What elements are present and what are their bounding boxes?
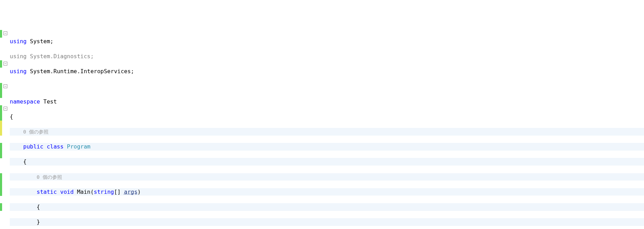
keyword-using: using <box>10 68 27 75</box>
code-line[interactable]: public class Program <box>10 143 644 151</box>
namespace-name: System.Diagnostics <box>30 53 90 60</box>
references-count[interactable]: 0 個の参照 <box>23 129 49 135</box>
code-text <box>27 38 30 45</box>
fold-toggle[interactable]: − <box>3 107 7 110</box>
keyword-static: static <box>37 189 57 195</box>
method-name: Main <box>77 189 91 195</box>
semicolon: ; <box>131 68 134 75</box>
code-line[interactable]: { <box>10 158 644 166</box>
codelens-line[interactable]: 0 個の参照 <box>10 173 644 181</box>
change-marker <box>0 173 2 196</box>
keyword-string: string <box>94 189 114 195</box>
keyword-class: class <box>47 143 63 150</box>
change-marker <box>0 143 2 158</box>
change-marker <box>0 60 2 68</box>
code-line[interactable]: namespace Test <box>10 98 644 106</box>
keyword-using: using <box>10 38 27 45</box>
code-line[interactable] <box>10 83 644 91</box>
brace: } <box>37 219 40 225</box>
parameter-name: args <box>124 189 138 195</box>
brace: { <box>10 113 13 120</box>
code-text <box>27 53 30 60</box>
class-name: Program <box>67 143 90 150</box>
code-line[interactable]: using System.Diagnostics; <box>10 53 644 60</box>
change-marker <box>0 121 2 136</box>
code-line[interactable]: using System; <box>10 38 644 45</box>
change-marker <box>0 105 2 120</box>
code-editor[interactable]: − − − − using System; using System.Diagn… <box>0 30 644 229</box>
semicolon: ; <box>90 53 94 60</box>
gutter: − − − − <box>0 30 8 229</box>
brace: { <box>37 204 40 210</box>
change-marker <box>0 203 2 211</box>
semicolon: ; <box>50 38 54 45</box>
code-line[interactable]: using System.Runtime.InteropServices; <box>10 68 644 75</box>
fold-toggle[interactable]: − <box>3 31 7 35</box>
change-marker <box>0 83 2 98</box>
code-line[interactable]: { <box>10 203 644 211</box>
references-count[interactable]: 0 個の参照 <box>37 174 62 180</box>
change-marker <box>0 30 2 38</box>
fold-toggle[interactable]: − <box>3 84 7 88</box>
keyword-using: using <box>10 53 27 60</box>
code-area[interactable]: using System; using System.Diagnostics; … <box>8 30 644 229</box>
brace: { <box>23 158 27 165</box>
keyword-void: void <box>60 189 74 195</box>
codelens-line[interactable]: 0 個の参照 <box>10 128 644 136</box>
keyword-namespace: namespace <box>10 98 40 105</box>
namespace-name: System <box>30 38 50 45</box>
code-line[interactable]: { <box>10 113 644 121</box>
fold-toggle[interactable]: − <box>3 62 7 66</box>
code-line[interactable]: } <box>10 218 644 226</box>
code-line[interactable]: static void Main(string[] args) <box>10 188 644 196</box>
code-text <box>27 68 30 75</box>
namespace-name: Test <box>43 98 57 105</box>
keyword-public: public <box>23 143 44 150</box>
namespace-name: System.Runtime.InteropServices <box>30 68 131 75</box>
